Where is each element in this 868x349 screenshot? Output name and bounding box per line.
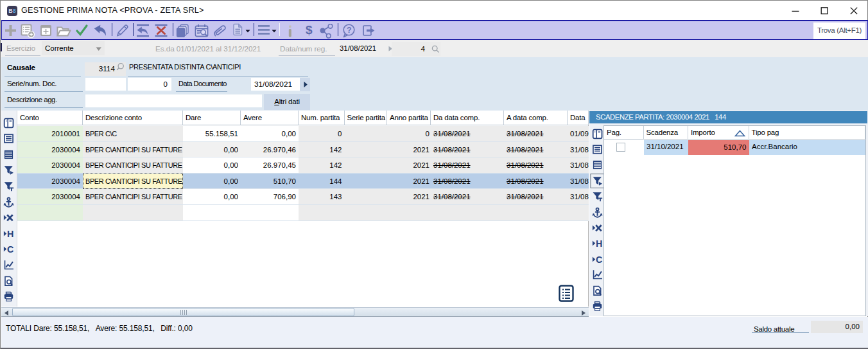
svg-text:H: H — [596, 238, 602, 249]
svg-text:?: ? — [347, 26, 352, 35]
svg-text:C: C — [7, 244, 13, 255]
svg-text:C: C — [596, 255, 602, 265]
svg-text:H: H — [7, 229, 13, 239]
